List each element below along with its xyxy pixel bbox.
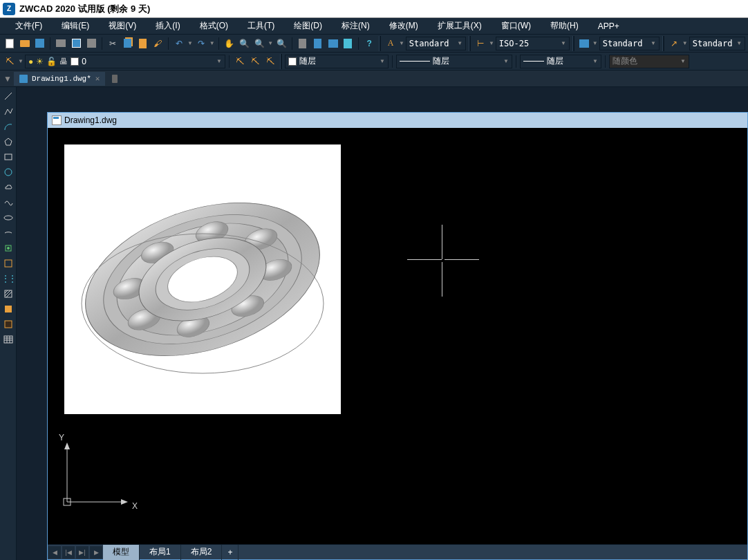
document-title-bar[interactable]: Drawing1.dwg bbox=[48, 113, 747, 128]
ucs-icon: Y X bbox=[55, 433, 138, 518]
title-bar: Z ZWCAD 2020 试用版 (剩余 9 天) bbox=[0, 0, 748, 18]
layout-first-button[interactable]: ◀ bbox=[48, 546, 61, 559]
undo-button[interactable]: ↶ bbox=[172, 37, 186, 50]
svg-rect-7 bbox=[5, 260, 12, 267]
point-tool[interactable]: ⋮⋮ bbox=[2, 272, 15, 285]
print-button[interactable] bbox=[54, 37, 68, 50]
tab-layout2[interactable]: 布局2 bbox=[181, 545, 223, 560]
menu-insert[interactable]: 插入(I) bbox=[146, 20, 189, 32]
tab-scroll-left[interactable]: ▼ bbox=[3, 74, 12, 84]
layout-next-button[interactable]: ▶| bbox=[76, 546, 88, 559]
spline-tool[interactable] bbox=[2, 196, 15, 209]
svg-rect-8 bbox=[5, 290, 12, 297]
region-tool[interactable] bbox=[2, 318, 15, 330]
new-file-button[interactable] bbox=[3, 37, 17, 50]
publish-button[interactable] bbox=[84, 37, 98, 50]
properties-button[interactable] bbox=[311, 37, 325, 50]
draw-toolbar: ⋮⋮ bbox=[0, 87, 17, 560]
tab-drawing1[interactable]: Drawing1.dwg* ✕ bbox=[14, 72, 105, 86]
menu-file[interactable]: 文件(F) bbox=[6, 20, 52, 32]
linetype-select[interactable]: 随层▼ bbox=[396, 55, 512, 68]
text-style-icon[interactable]: A bbox=[384, 37, 398, 50]
tool-palettes-button[interactable] bbox=[341, 37, 355, 50]
zoom-realtime-button[interactable]: 🔍 bbox=[238, 37, 252, 50]
layout-last-button[interactable]: ▶ bbox=[90, 546, 102, 559]
mleader-style-select[interactable]: Standard▼ bbox=[689, 37, 745, 50]
layer-select[interactable]: ● ☀ 🔓 🖶 0 ▼ bbox=[25, 55, 225, 68]
mleader-style-icon[interactable]: ↗ bbox=[667, 37, 681, 50]
menu-tools[interactable]: 工具(T) bbox=[238, 20, 284, 32]
pline-tool[interactable] bbox=[2, 105, 15, 118]
document-window: Drawing1.dwg bbox=[47, 112, 748, 560]
dim-style-select[interactable]: ISO-25▼ bbox=[496, 37, 570, 50]
color-select[interactable]: 随层▼ bbox=[285, 55, 389, 68]
layer-prev-button[interactable]: ⛏ bbox=[233, 55, 247, 68]
text-style-select[interactable]: Standard▼ bbox=[406, 37, 466, 50]
file-icon bbox=[52, 115, 62, 125]
document-title: Drawing1.dwg bbox=[64, 115, 117, 125]
menu-edit[interactable]: 编辑(E) bbox=[52, 20, 99, 32]
ellipse-arc-tool[interactable] bbox=[2, 227, 15, 239]
layer-state-button[interactable]: ⛏ bbox=[248, 55, 262, 68]
new-tab-button[interactable] bbox=[106, 72, 123, 86]
menu-draw[interactable]: 绘图(D) bbox=[284, 20, 332, 32]
file-icon bbox=[112, 75, 118, 83]
line-tool[interactable] bbox=[2, 90, 15, 102]
menu-ext[interactable]: 扩展工具(X) bbox=[428, 20, 492, 32]
hatch-tool[interactable] bbox=[2, 288, 15, 300]
cut-button[interactable]: ✂ bbox=[106, 37, 120, 50]
svg-marker-37 bbox=[121, 499, 128, 505]
table-style-icon[interactable] bbox=[577, 37, 591, 50]
pan-button[interactable]: ✋ bbox=[223, 37, 236, 50]
polygon-tool[interactable] bbox=[2, 136, 15, 148]
rect-tool[interactable] bbox=[2, 151, 15, 163]
add-layout-button[interactable]: + bbox=[222, 545, 239, 560]
layer-lock-icon: 🔓 bbox=[46, 57, 57, 66]
ellipse-tool[interactable] bbox=[2, 212, 15, 224]
copy-button[interactable] bbox=[121, 37, 135, 50]
design-center-button[interactable] bbox=[326, 37, 340, 50]
model-preview-image bbox=[64, 144, 341, 414]
table-style-select[interactable]: Standard▼ bbox=[599, 37, 660, 50]
paste-button[interactable] bbox=[136, 37, 150, 50]
revcloud-tool[interactable] bbox=[2, 181, 15, 194]
redo-button[interactable]: ↷ bbox=[194, 37, 208, 50]
save-button[interactable] bbox=[33, 37, 47, 50]
file-icon bbox=[19, 75, 28, 83]
dim-style-icon[interactable]: ⊢ bbox=[474, 37, 487, 50]
zoom-window-button[interactable]: 🔍 bbox=[252, 37, 266, 50]
open-file-button[interactable] bbox=[18, 37, 32, 50]
svg-marker-1 bbox=[5, 138, 12, 145]
make-block-tool[interactable] bbox=[2, 257, 15, 270]
print-preview-button[interactable] bbox=[69, 37, 83, 50]
table-tool[interactable] bbox=[2, 333, 15, 346]
insert-block-tool[interactable] bbox=[2, 242, 15, 254]
svg-rect-12 bbox=[5, 306, 12, 312]
calc-button[interactable] bbox=[296, 37, 310, 50]
viewport[interactable]: Y X bbox=[48, 128, 747, 544]
menu-format[interactable]: 格式(O) bbox=[190, 20, 238, 32]
layout-prev-button[interactable]: |◀ bbox=[62, 546, 75, 559]
arc-tool[interactable] bbox=[2, 120, 15, 133]
menu-help[interactable]: 帮助(H) bbox=[541, 20, 588, 32]
menu-bar: 文件(F) 编辑(E) 视图(V) 插入(I) 格式(O) 工具(T) 绘图(D… bbox=[0, 18, 748, 35]
match-props-button[interactable]: 🖌 bbox=[151, 37, 165, 50]
plotstyle-select[interactable]: 随颜色▼ bbox=[609, 55, 689, 68]
menu-modify[interactable]: 修改(M) bbox=[380, 20, 428, 32]
menu-window[interactable]: 窗口(W) bbox=[492, 20, 541, 32]
menu-dimension[interactable]: 标注(N) bbox=[332, 20, 380, 32]
lineweight-select[interactable]: 随层▼ bbox=[520, 55, 601, 68]
ucs-y-label: Y bbox=[59, 433, 64, 442]
zoom-prev-button[interactable]: 🔍 bbox=[274, 37, 288, 50]
circle-tool[interactable] bbox=[2, 166, 15, 178]
menu-app[interactable]: APP+ bbox=[588, 21, 629, 31]
tab-model[interactable]: 模型 bbox=[103, 545, 140, 560]
tab-layout1[interactable]: 布局1 bbox=[140, 545, 181, 560]
menu-view[interactable]: 视图(V) bbox=[99, 20, 146, 32]
svg-rect-14 bbox=[4, 336, 12, 343]
layer-iso-button[interactable]: ⛏ bbox=[263, 55, 277, 68]
help-button[interactable]: ? bbox=[362, 37, 376, 50]
close-icon[interactable]: ✕ bbox=[95, 74, 100, 83]
layer-manager-button[interactable]: ⛏ bbox=[3, 55, 17, 68]
gradient-tool[interactable] bbox=[2, 303, 15, 315]
